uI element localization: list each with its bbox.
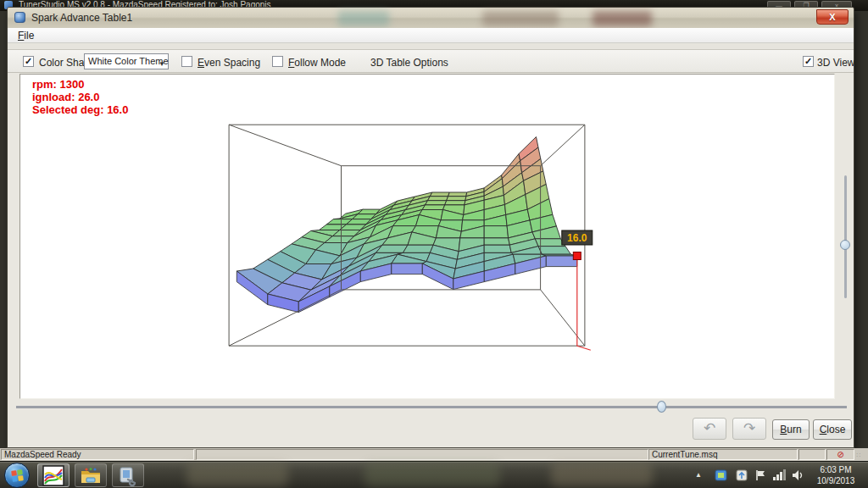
svg-text:16.0: 16.0 [567,232,587,244]
dialog-titlebar[interactable]: Spark Advance Table1 X [8,8,854,28]
taskbar-item-installer[interactable] [112,463,144,487]
clock[interactable]: 6:03 PM 10/9/2013 [808,464,864,486]
wallpaper-blur [186,463,288,487]
glass-smudge [338,11,389,26]
status-spacer [798,449,826,460]
even-spacing-checkbox[interactable] [181,56,192,67]
network-signal-icon[interactable] [772,469,787,482]
chevron-down-icon: ▼ [159,57,165,71]
3d-view-checkbox[interactable]: ✓ [803,56,814,67]
status-text: MazdaSpeed Ready [1,449,194,460]
plot-canvas: rpm: 1300 ignload: 26.0 Selected deg: 16… [19,74,835,399]
statusbar: MazdaSpeed Ready CurrentTune.msq ⊘ :: [0,448,868,461]
desktop: TunerStudio MS v2.0.8 - MazdaSpeed Regis… [0,0,868,488]
taskbar-item-explorer[interactable] [75,463,107,487]
start-button[interactable] [4,463,30,488]
clock-date: 10/9/2013 [808,475,864,486]
windows-flag-icon [11,469,24,482]
toolbar: ✓ Color Shade White Color Theme ▼ Even S… [8,49,854,73]
horizontal-slider-knob[interactable] [657,401,666,413]
action-center-app-icon[interactable] [715,469,728,482]
color-theme-value: White Color Theme [88,56,169,66]
close-dialog-button[interactable]: Close [813,419,852,440]
current-tune-file: CurrentTune.msq [648,449,798,460]
undo-button[interactable]: ↶ [693,418,726,440]
color-shade-checkbox[interactable]: ✓ [23,56,34,67]
tunerstudio-icon [42,464,64,486]
flag-icon[interactable] [754,469,767,482]
glass-smudge [593,11,652,26]
burn-button[interactable]: Burn [772,419,810,440]
redo-button[interactable]: ↷ [732,418,766,440]
dialog-title: Spark Advance Table1 [31,12,132,24]
follow-mode-label: Follow Mode [288,57,346,69]
color-theme-select[interactable]: White Color Theme ▼ [84,53,169,69]
even-spacing-label: Even Spacing [198,57,260,69]
vertical-slider-track[interactable] [844,175,847,298]
resize-grip[interactable]: :: [856,451,866,459]
table-options-menu[interactable]: 3D Table Options [370,57,448,69]
vertical-slider-knob[interactable] [840,240,850,250]
menubar-gap [8,43,854,49]
wallpaper-blur [364,463,500,487]
menubar: File [8,28,854,43]
follow-mode-checkbox[interactable] [272,56,283,67]
horizontal-slider-track[interactable] [16,406,847,408]
volume-icon[interactable] [791,469,804,482]
tray-expand-icon[interactable]: ▲ [695,471,702,479]
dialog-icon [14,12,25,23]
wallpaper-blur [551,463,653,487]
vertical-slider-strip [837,74,854,399]
folder-icon [80,465,102,487]
blocked-icon: ⊘ [837,450,843,459]
taskbar-item-tunerstudio[interactable] [37,463,70,487]
spark-advance-dialog: Spark Advance Table1 X File ✓ Color Shad… [7,7,854,448]
progress-bar [196,449,648,460]
spark-3d-surface[interactable]: 16.0 [20,75,834,398]
menu-file[interactable]: File [18,30,34,42]
dialog-close-button[interactable]: X [816,9,849,25]
system-tray: ▲ 6:03 [691,462,868,488]
installer-icon [117,465,139,487]
status-icon-cell: ⊘ [826,449,854,460]
clock-time: 6:03 PM [808,464,864,475]
glass-smudge [482,11,559,26]
taskbar: ▲ 6:03 [0,461,868,488]
3d-view-label: 3D View [817,57,854,69]
update-icon[interactable] [735,469,748,482]
